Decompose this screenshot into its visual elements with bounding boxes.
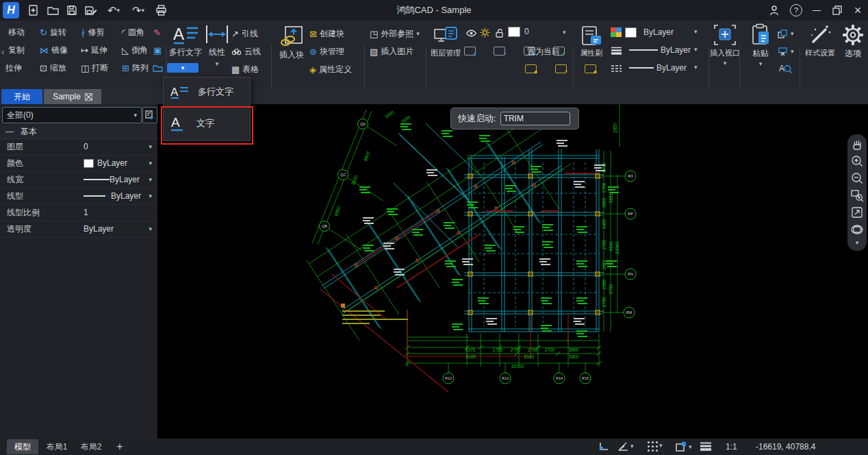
menu-item-mtext[interactable]: A 多行文字 [164, 77, 250, 106]
linear-dim-icon [205, 23, 229, 45]
layer-unlock-icon[interactable] [494, 27, 505, 39]
chamfer-button[interactable]: ◺倒角 [122, 44, 148, 56]
zoom-out-icon[interactable] [850, 171, 864, 186]
color-dropdown-caret[interactable]: ▾ [694, 29, 698, 35]
close-button[interactable]: × [849, 3, 867, 18]
tab-layout2[interactable]: 布局2 [75, 439, 107, 454]
scale-button[interactable]: ⊡缩放 [40, 62, 66, 74]
find-text-button[interactable]: A [779, 62, 792, 74]
insert-image-button[interactable]: ▧插入图片 [370, 45, 413, 58]
polar-tracking-toggle[interactable]: ▾ [617, 441, 634, 452]
set-current-label[interactable]: 置为当前 [527, 46, 560, 58]
array-button[interactable]: ⊞阵列 [122, 62, 149, 74]
help-button[interactable]: ? [787, 3, 805, 18]
region-button[interactable]: ▣ [153, 44, 162, 56]
navbar-more-caret[interactable]: ▾ [856, 240, 859, 246]
layer-manager-button[interactable]: 图层管理 [427, 25, 464, 58]
prop-row-transparency[interactable]: 透明度 ByLayer ▾ [0, 221, 157, 238]
create-block-icon: ⊠ [309, 29, 317, 38]
stretch-button[interactable]: 拉伸 [5, 62, 22, 74]
grid-snap-toggle[interactable]: ▾ [648, 441, 663, 450]
table-button[interactable]: ▦表格 [231, 63, 259, 75]
mtext-dropdown-button[interactable]: ▾ [167, 63, 199, 73]
lineweight-sample [629, 49, 658, 51]
coordinates-readout: -16619, 40788.4 [756, 442, 815, 452]
layer-visibility-icon[interactable] [465, 27, 477, 39]
prop-row-color[interactable]: 颜色 ByLayer ▾ [0, 155, 157, 172]
layer-isolate-icon[interactable]: * [555, 64, 567, 73]
linear-dim-button[interactable]: 线性 ▾ [204, 23, 230, 67]
prop-row-lineweight[interactable]: 线宽 ByLayer ▾ [0, 171, 157, 188]
quick-select-button[interactable] [142, 107, 157, 123]
prop-row-layer[interactable]: 图层 0 ▾ [0, 138, 157, 156]
create-block-button[interactable]: ⊠创建块 [309, 27, 344, 40]
pan-hand-icon[interactable] [850, 138, 864, 152]
leader-button[interactable]: ↗引线 [231, 27, 258, 40]
prop-row-linetype[interactable]: 线型 ByLayer ▾ [0, 188, 157, 205]
break-button[interactable]: ◫打断 [81, 62, 108, 74]
lineweight-control[interactable]: ByLayer [611, 44, 691, 56]
add-layout-button[interactable]: + [111, 439, 129, 454]
zoom-in-icon[interactable] [850, 154, 864, 169]
orbit-icon[interactable] [850, 223, 864, 236]
restore-button[interactable] [828, 3, 846, 18]
paste-button[interactable]: 粘贴 ▾ [746, 23, 775, 67]
match-properties-button[interactable]: 属性刷 [576, 25, 607, 58]
linetype-dropdown-caret[interactable]: ▾ [694, 64, 698, 71]
layer-dropdown-caret[interactable]: ▾ [563, 29, 566, 36]
group-button[interactable] [153, 62, 163, 74]
insert-block-button[interactable]: 插入块 [275, 25, 308, 61]
style-settings-button[interactable]: 样式设置 [802, 23, 838, 58]
zoom-extents-icon[interactable] [850, 206, 864, 221]
tab-layout1[interactable]: 布局1 [41, 439, 73, 454]
layer-off-icon[interactable]: × [464, 47, 476, 56]
svg-text:2795: 2795 [602, 297, 607, 307]
tab-model[interactable]: 模型 [7, 439, 38, 454]
lineweight-dropdown-caret[interactable]: ▾ [694, 47, 698, 53]
insert-viewport-button[interactable]: 插入视口 ▾ [710, 23, 740, 66]
section-basic[interactable]: — 基本 [0, 125, 157, 139]
tab-sample[interactable]: Sample [44, 89, 101, 104]
mirror-button[interactable]: ⋈镜像 [40, 44, 68, 56]
extend-button[interactable]: ↦延伸 [81, 44, 107, 56]
copy-button[interactable]: 复制 [8, 44, 25, 56]
user-account-icon[interactable] [765, 3, 783, 18]
rotate-button[interactable]: ↻旋转 [40, 26, 66, 38]
mtext-button[interactable]: A 多行文字 [167, 23, 204, 58]
zoom-window-icon[interactable] [850, 188, 864, 204]
paste-icon [750, 23, 771, 47]
panel-collapse-icon[interactable]: ‹ [1, 47, 4, 57]
layer-color-swatch[interactable] [508, 27, 520, 37]
xref-button[interactable]: ◳外部参照▾ [370, 27, 420, 40]
trim-button[interactable]: ∤修剪 [81, 26, 105, 38]
prop-row-ltscale[interactable]: 线型比例 1 [0, 204, 157, 221]
join-button[interactable]: ✎ [153, 26, 161, 38]
cut-clip-button[interactable]: ▾ [778, 45, 794, 58]
svg-text:2700: 2700 [545, 347, 555, 352]
layer-unlock-all-icon[interactable]: ● [585, 64, 596, 73]
layer-brightness-icon[interactable] [480, 26, 490, 38]
fillet-button[interactable]: ◜圆角 [122, 26, 144, 38]
drawing-canvas[interactable]: QD QC QB RO RP RN RM R12 R13 R14 R15 637… [157, 104, 868, 439]
copy-clip-button[interactable]: ▾ [778, 27, 794, 40]
selection-filter-select[interactable]: 全部(0) ▾ [2, 107, 142, 123]
lineweight-display-toggle[interactable] [700, 441, 712, 451]
block-manage-button[interactable]: ⊚块管理 [309, 45, 344, 58]
attdef-button[interactable]: ◈属性定义 [309, 63, 352, 75]
annotation-scale[interactable]: 1:1 [726, 442, 737, 452]
color-control[interactable]: ByLayer [611, 26, 674, 38]
layer-walk-icon[interactable]: ● [525, 64, 537, 73]
options-button[interactable]: 选项 [841, 23, 865, 60]
ortho-mode-toggle[interactable] [598, 441, 609, 452]
tab-start[interactable]: 开始 [1, 89, 42, 104]
linetype-control[interactable]: ByLayer [611, 62, 687, 74]
minimize-button[interactable]: — [808, 3, 826, 18]
move-button[interactable]: 移动 [8, 26, 25, 38]
object-snap-toggle[interactable]: ▾ [675, 441, 692, 452]
layer-freeze-icon[interactable]: * [494, 47, 505, 56]
cloud-button[interactable]: 云线 [231, 45, 261, 58]
quick-launch-input[interactable] [500, 112, 570, 125]
svg-text:R14: R14 [556, 376, 563, 380]
array-icon: ⊞ [122, 64, 129, 73]
tab-close-icon[interactable] [85, 93, 92, 101]
